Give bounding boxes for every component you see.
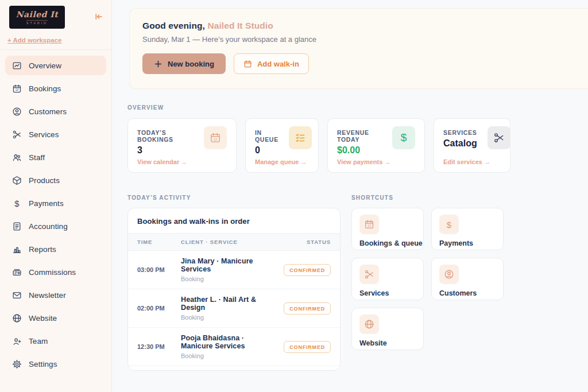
globe-icon: [12, 313, 22, 323]
add-workspace-link[interactable]: + Add workspace: [7, 37, 61, 44]
shortcuts-section-label: Shortcuts: [351, 195, 588, 201]
view-calendar-link[interactable]: View calendar →: [137, 158, 227, 165]
booking-time: 12:30 PM: [137, 343, 172, 350]
sidebar-item-customers[interactable]: Customers: [5, 102, 106, 121]
sidebar-item-label: Products: [29, 176, 60, 185]
column-status: Status: [307, 239, 331, 245]
stat-value: 3: [137, 145, 194, 156]
sidebar-item-label: Team: [29, 337, 48, 346]
globe-icon: [359, 315, 379, 334]
logo-title: Nailed It: [16, 10, 59, 18]
booking-time: 02:00 PM: [137, 305, 172, 312]
logo-subtitle: STUDIO: [26, 20, 48, 25]
chart-icon: [12, 61, 22, 71]
booking-client-service: Pooja Bhaidasna · Manicure Services: [181, 334, 274, 350]
add-walkin-button[interactable]: Add walk-in: [234, 53, 309, 74]
stat-label: In queue: [255, 129, 278, 143]
greeting-text: Good evening,: [142, 21, 205, 30]
banner-actions: New booking Add walk-in: [142, 53, 574, 74]
stat-value: 0: [255, 145, 278, 156]
shortcut-services[interactable]: Services: [351, 258, 424, 300]
sidebar-item-label: Commissions: [29, 268, 76, 277]
scissors-icon: [12, 130, 22, 139]
sidebar-item-overview[interactable]: Overview: [5, 56, 106, 75]
shortcut-bookings-queue[interactable]: 12 Bookings & queue: [351, 208, 424, 250]
status-badge: CONFIRMED: [284, 341, 331, 353]
sidebar-item-label: Staff: [29, 153, 45, 162]
shortcuts-section: Shortcuts 12 Bookings & queue $ Payments…: [351, 195, 588, 371]
activity-panel: Bookings and walk-ins in order Time Clie…: [127, 208, 341, 371]
dollar-icon: $: [12, 199, 22, 208]
calendar-icon: 12: [359, 215, 379, 234]
booking-type: Booking: [181, 314, 274, 321]
greeting-title: Good evening, Nailed It Studio: [142, 21, 574, 31]
sidebar: Nailed It STUDIO + Add workspace Overvie…: [0, 0, 112, 392]
add-walkin-label: Add walk-in: [257, 60, 299, 68]
shortcut-label: Website: [359, 339, 416, 347]
svg-text:12: 12: [368, 224, 371, 227]
shortcut-website[interactable]: Website: [351, 308, 424, 350]
sidebar-item-team[interactable]: Team: [5, 331, 106, 351]
svg-text:12: 12: [214, 138, 217, 141]
new-booking-button[interactable]: New booking: [142, 53, 226, 74]
status-badge: CONFIRMED: [284, 302, 331, 315]
activity-table-header: Time Client · Service Status: [128, 234, 340, 251]
user-circle-icon: [12, 107, 22, 117]
collapse-sidebar-icon[interactable]: [93, 11, 103, 22]
sidebar-item-services[interactable]: Services: [5, 125, 106, 144]
sidebar-item-website[interactable]: Website: [5, 308, 106, 328]
new-booking-label: New booking: [168, 60, 214, 68]
sidebar-item-bookings[interactable]: 12 Bookings: [5, 79, 106, 98]
overview-section-label: Overview: [127, 104, 588, 111]
column-time: Time: [137, 239, 172, 245]
stat-label: Services: [443, 129, 477, 136]
sidebar-item-newsletter[interactable]: Newsletter: [5, 285, 106, 305]
user-plus-icon: [12, 336, 22, 346]
scissors-icon: [359, 265, 379, 284]
activity-panel-title: Bookings and walk-ins in order: [128, 208, 340, 234]
banknote-icon: [12, 267, 22, 277]
sidebar-item-accounting[interactable]: Accounting: [5, 216, 106, 236]
manage-queue-link[interactable]: Manage queue →: [255, 158, 309, 165]
edit-services-link[interactable]: Edit services →: [443, 158, 501, 165]
shortcut-payments[interactable]: $ Payments: [431, 208, 504, 250]
checklist-icon: [289, 126, 312, 149]
sidebar-item-payments[interactable]: $ Payments: [5, 193, 106, 213]
svg-text:12: 12: [16, 88, 19, 91]
sidebar-item-label: Website: [29, 314, 57, 323]
activity-section-label: Today’s activity: [127, 195, 341, 201]
stat-card-revenue-today: Revenue today $0.00 $ View payments →: [327, 118, 425, 173]
sidebar-item-settings[interactable]: Settings: [5, 354, 106, 374]
view-payments-link[interactable]: View payments →: [337, 158, 415, 165]
dollar-icon: $: [439, 215, 459, 234]
sidebar-item-label: Overview: [29, 61, 61, 70]
shortcut-label: Services: [359, 289, 416, 297]
stat-value: Catalog: [443, 138, 477, 149]
sidebar-item-reports[interactable]: Reports: [5, 239, 106, 259]
stat-card-in-queue: In queue 0 Manage queue →: [245, 118, 319, 173]
shortcut-customers[interactable]: Customers: [431, 258, 504, 300]
table-row[interactable]: 03:00 PM Jina Mary · Manicure Services B…: [128, 251, 340, 289]
shortcuts-grid: 12 Bookings & queue $ Payments Services …: [351, 208, 588, 350]
ledger-icon: [12, 222, 22, 231]
table-row[interactable]: 12:30 PM Pooja Bhaidasna · Manicure Serv…: [128, 328, 340, 366]
sidebar-item-staff[interactable]: Staff: [5, 148, 106, 167]
booking-client-service: Jina Mary · Manicure Services: [181, 257, 274, 273]
sidebar-item-label: Services: [29, 130, 59, 139]
booking-time: 03:00 PM: [137, 266, 172, 273]
sidebar-nav: Overview 12 Bookings Customers Services …: [5, 56, 106, 374]
user-circle-icon: [439, 265, 459, 284]
stat-card-todays-bookings: Today’s bookings 3 12 View calendar →: [127, 118, 237, 173]
calendar-icon: [243, 60, 252, 68]
booking-type: Booking: [181, 352, 274, 359]
scissors-icon: [488, 126, 510, 149]
banner-subtitle: Sunday, Mar 1 — Here’s your workspace at…: [142, 35, 574, 44]
column-client-service: Client · Service: [181, 239, 297, 245]
sidebar-item-commissions[interactable]: Commissions: [5, 262, 106, 282]
sidebar-item-products[interactable]: Products: [5, 170, 106, 190]
mail-icon: [12, 290, 22, 300]
table-row[interactable]: 02:00 PM Heather L. · Nail Art & Design …: [128, 289, 340, 328]
booking-client-service: Heather L. · Nail Art & Design: [181, 296, 274, 312]
sidebar-item-label: Settings: [29, 360, 57, 368]
bar-chart-icon: [12, 244, 22, 254]
